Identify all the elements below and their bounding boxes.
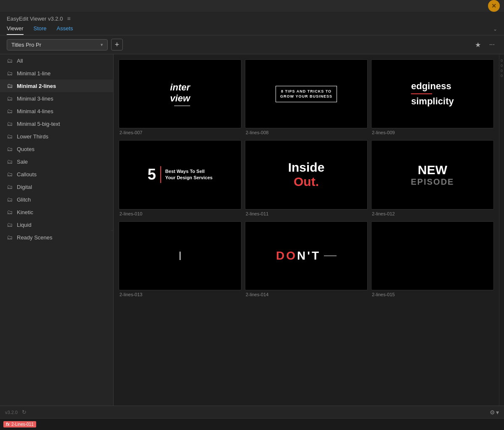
timeline-badge: fx 2-Lines-011 bbox=[3, 421, 36, 427]
sidebar-item-minimal-2-lines[interactable]: 🗂 Minimal 2-lines bbox=[0, 80, 113, 92]
sidebar-item-minimal-5-big-text[interactable]: 🗂 Minimal 5-big-text bbox=[0, 117, 113, 130]
add-button[interactable]: + bbox=[111, 39, 123, 50]
gear-icon: ⚙ bbox=[490, 409, 495, 416]
sidebar-item-kinetic[interactable]: 🗂 Kinetic bbox=[0, 206, 113, 218]
item-label-007: 2-lines-007 bbox=[119, 128, 241, 137]
settings-arrow-icon: ▾ bbox=[496, 409, 499, 416]
collapse-arrow[interactable]: ⌄ bbox=[493, 26, 497, 35]
item-label-013: 2-lines-013 bbox=[119, 290, 241, 299]
dropdown-arrow-icon: ▾ bbox=[101, 42, 103, 48]
folder-icon: 🗂 bbox=[7, 95, 13, 102]
favorite-button[interactable]: ★ bbox=[472, 39, 483, 50]
grid-item-007[interactable]: interview 2-lines-007 bbox=[119, 59, 241, 137]
sidebar-item-all[interactable]: 🗂 All bbox=[0, 54, 113, 67]
folder-icon: 🗂 bbox=[7, 70, 13, 77]
tabs-row: Viewer Store Assets ⌄ bbox=[7, 25, 497, 35]
sidebar-item-label: Minimal 2-lines bbox=[17, 83, 56, 89]
grid-item-009[interactable]: edginess simplicity 2-lines-009 bbox=[371, 59, 494, 137]
item-label-014: 2-lines-014 bbox=[245, 290, 368, 299]
sidebar-item-label: Quotes bbox=[17, 146, 34, 152]
sidebar-item-label: Minimal 3-lines bbox=[17, 96, 53, 102]
item-label-009: 2-lines-009 bbox=[371, 128, 494, 137]
timeline-bar: fx 2-Lines-011 bbox=[0, 418, 504, 430]
folder-icon: 🗂 bbox=[7, 133, 13, 140]
more-options-button[interactable]: ··· bbox=[487, 39, 497, 50]
grid-item-008[interactable]: 8 TIPS AND TRICKS TOGROW YOUR BUSINESS 2… bbox=[245, 59, 368, 137]
folder-icon: 🗂 bbox=[7, 82, 13, 89]
folder-icon: 🗂 bbox=[7, 108, 13, 114]
main-content: 🗂 All 🗂 Minimal 1-line 🗂 Minimal 2-lines… bbox=[0, 54, 504, 406]
tab-store[interactable]: Store bbox=[34, 25, 47, 35]
sidebar-item-label: Minimal 4-lines bbox=[17, 108, 53, 114]
sidebar-item-label: Glitch bbox=[17, 196, 31, 203]
thumbnail-011: Inside Out. bbox=[245, 140, 368, 209]
resize-dots-icon: ⋮ bbox=[111, 229, 114, 231]
scroll-numbers: 0 0 0 0 bbox=[499, 54, 504, 78]
sidebar-item-minimal-3-lines[interactable]: 🗂 Minimal 3-lines bbox=[0, 92, 113, 105]
fx-icon: fx bbox=[6, 422, 10, 427]
folder-icon: 🗂 bbox=[7, 183, 13, 190]
tab-viewer[interactable]: Viewer bbox=[7, 25, 24, 35]
close-button[interactable]: ✕ bbox=[488, 0, 500, 12]
sidebar-item-label: Minimal 5-big-text bbox=[17, 121, 60, 127]
sidebar-item-digital[interactable]: 🗂 Digital bbox=[0, 180, 113, 193]
thumbnail-015 bbox=[371, 221, 494, 290]
grid-item-012[interactable]: NEW EPISODE 2-lines-012 bbox=[371, 140, 494, 218]
sidebar-item-liquid[interactable]: 🗂 Liquid bbox=[0, 218, 113, 231]
menu-icon[interactable]: ≡ bbox=[67, 15, 70, 22]
thumbnail-012: NEW EPISODE bbox=[371, 140, 494, 209]
sidebar-item-quotes[interactable]: 🗂 Quotes bbox=[0, 143, 113, 155]
sidebar-item-sale[interactable]: 🗂 Sale bbox=[0, 155, 113, 168]
grid-item-015[interactable]: 2-lines-015 bbox=[371, 221, 494, 299]
preset-label: Titles Pro Pr bbox=[11, 42, 41, 48]
version-label: v3.2.0 bbox=[5, 410, 18, 415]
timeline-clip-label: 2-Lines-011 bbox=[11, 422, 34, 427]
folder-icon: 🗂 bbox=[7, 57, 13, 64]
grid-item-010[interactable]: 5 Best Ways To SellYour Design Services … bbox=[119, 140, 241, 218]
folder-icon: 🗂 bbox=[7, 221, 13, 228]
footer: v3.2.0 ↻ ⚙ ▾ bbox=[0, 406, 504, 418]
thumbnail-008: 8 TIPS AND TRICKS TOGROW YOUR BUSINESS bbox=[245, 59, 368, 128]
sidebar-item-label: Kinetic bbox=[17, 209, 33, 215]
thumbnail-010: 5 Best Ways To SellYour Design Services bbox=[119, 140, 241, 209]
grid-item-011[interactable]: Inside Out. 2-lines-011 bbox=[245, 140, 368, 218]
item-label-010: 2-lines-010 bbox=[119, 210, 241, 218]
folder-icon: 🗂 bbox=[7, 158, 13, 165]
sidebar-item-label: Ready Scenes bbox=[17, 234, 53, 241]
thumbnail-013 bbox=[119, 221, 241, 290]
thumbnail-007: interview bbox=[119, 59, 241, 128]
sidebar: 🗂 All 🗂 Minimal 1-line 🗂 Minimal 2-lines… bbox=[0, 54, 114, 406]
sidebar-item-lower-thirds[interactable]: 🗂 Lower Thirds bbox=[0, 130, 113, 143]
resize-handle[interactable]: ⋮ bbox=[111, 54, 113, 406]
refresh-button[interactable]: ↻ bbox=[22, 409, 27, 415]
sidebar-item-label: Digital bbox=[17, 184, 32, 190]
grid-item-013[interactable]: 2-lines-013 bbox=[119, 221, 241, 299]
sidebar-item-label: Minimal 1-line bbox=[17, 70, 50, 77]
folder-icon: 🗂 bbox=[7, 171, 13, 178]
sidebar-item-label: All bbox=[17, 58, 23, 64]
grid-area: interview 2-lines-007 8 TIPS AND TRICKS … bbox=[114, 54, 499, 406]
item-label-015: 2-lines-015 bbox=[371, 290, 494, 299]
app-header: EasyEdit Viewer v3.2.0 ≡ Viewer Store As… bbox=[0, 12, 504, 35]
item-label-012: 2-lines-012 bbox=[371, 210, 494, 218]
title-bar: ✕ bbox=[0, 0, 504, 12]
sidebar-item-ready-scenes[interactable]: 🗂 Ready Scenes bbox=[0, 231, 113, 244]
item-label-008: 2-lines-008 bbox=[245, 128, 368, 137]
sidebar-item-minimal-4-lines[interactable]: 🗂 Minimal 4-lines bbox=[0, 105, 113, 117]
sidebar-item-glitch[interactable]: 🗂 Glitch bbox=[0, 193, 113, 206]
sidebar-item-callouts[interactable]: 🗂 Callouts bbox=[0, 168, 113, 180]
folder-icon: 🗂 bbox=[7, 196, 13, 203]
right-scrollbar[interactable]: 0 0 0 0 bbox=[499, 54, 504, 406]
preset-dropdown[interactable]: Titles Pro Pr ▾ bbox=[7, 39, 108, 50]
settings-button[interactable]: ⚙ ▾ bbox=[490, 409, 499, 416]
tab-assets[interactable]: Assets bbox=[57, 25, 73, 35]
folder-icon: 🗂 bbox=[7, 234, 13, 241]
folder-icon: 🗂 bbox=[7, 120, 13, 127]
grid-item-014[interactable]: DON'T 2-lines-014 bbox=[245, 221, 368, 299]
thumbnail-014: DON'T bbox=[245, 221, 368, 290]
sidebar-item-minimal-1-line[interactable]: 🗂 Minimal 1-line bbox=[0, 67, 113, 80]
thumbnail-009: edginess simplicity bbox=[371, 59, 494, 128]
folder-icon: 🗂 bbox=[7, 209, 13, 215]
sidebar-item-label: Callouts bbox=[17, 171, 37, 178]
sidebar-item-label: Liquid bbox=[17, 222, 32, 228]
